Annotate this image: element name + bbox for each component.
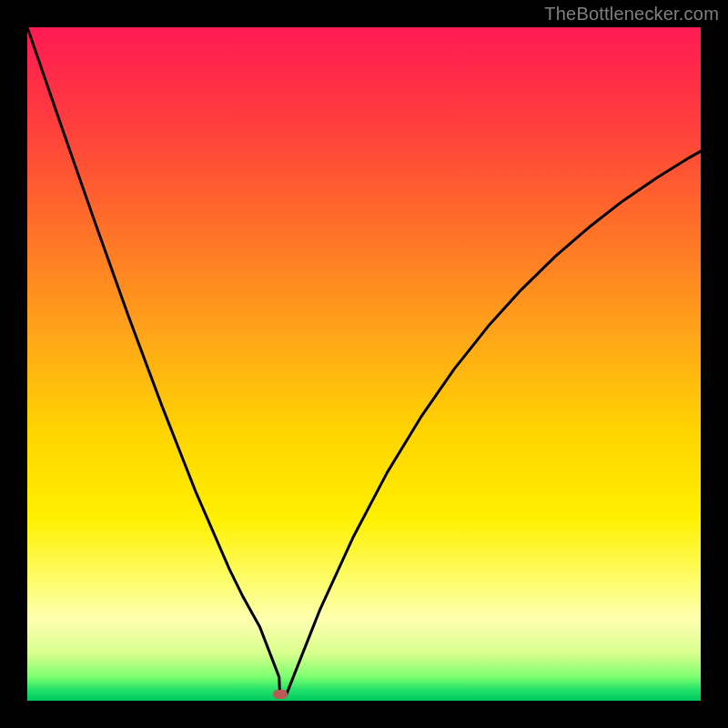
chart-background-gradient <box>27 27 701 701</box>
attribution-text: TheBottlenecker.com <box>544 4 719 25</box>
svg-rect-0 <box>27 27 701 701</box>
optimal-point-marker <box>273 690 288 699</box>
chart-plot-area <box>27 27 701 701</box>
